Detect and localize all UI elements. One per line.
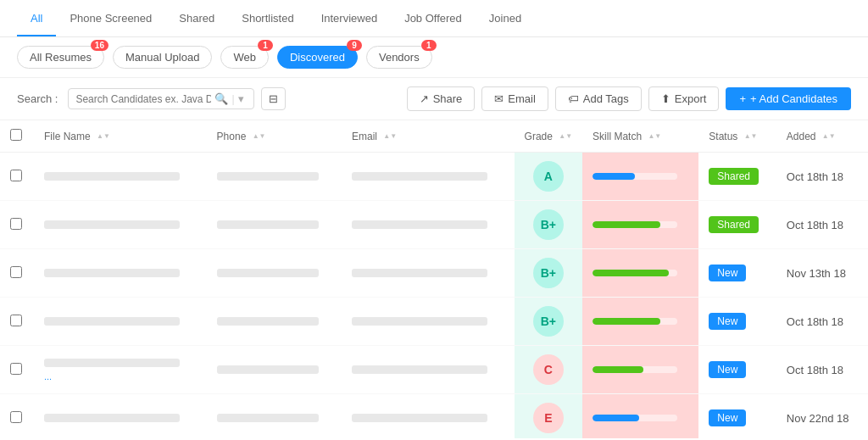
table-row: B+NewOct 18th 18: [0, 298, 868, 346]
search-wrapper: 🔍 | ▾: [68, 88, 254, 109]
add-candidates-button[interactable]: + + Add Candidates: [726, 87, 851, 110]
filter-pill-discovered[interactable]: Discovered9: [277, 46, 358, 69]
skill-match-cell: [582, 201, 698, 249]
grade-badge: A: [533, 161, 564, 192]
skill-match-cell: [582, 249, 698, 298]
added-cell: Oct 18th 18: [776, 298, 868, 346]
email-placeholder: [352, 365, 487, 374]
search-input[interactable]: [75, 93, 211, 105]
skill-bar-fill: [593, 366, 643, 373]
sort-email-icon[interactable]: ▲▼: [383, 133, 397, 140]
phone-placeholder: [217, 414, 319, 422]
tab-job-offered[interactable]: Job Offered: [391, 2, 476, 36]
sort-filename-icon[interactable]: ▲▼: [97, 133, 110, 140]
filename-placeholder: [44, 220, 180, 229]
table-header: File Name ▲▼ Phone ▲▼ Email ▲▼ Grade ▲▼ …: [0, 120, 868, 153]
grade-cell: B+: [515, 249, 583, 298]
col-skill-match: Skill Match ▲▼: [582, 120, 698, 153]
sort-skill-icon[interactable]: ▲▼: [648, 133, 661, 140]
filter-row: All Resumes16Manual UploadWeb1Discovered…: [0, 37, 868, 78]
table-row: ENewNov 22nd 18: [0, 394, 868, 439]
filter-pill-vendors[interactable]: Vendors1: [366, 46, 432, 69]
row-checkbox[interactable]: [10, 363, 22, 375]
skill-bar-track: [593, 221, 677, 228]
email-placeholder: [352, 220, 487, 229]
tab-interviewed[interactable]: Interviewed: [308, 2, 391, 36]
skill-bar-fill: [593, 318, 660, 325]
phone-cell: [207, 394, 342, 439]
file-name-cell: [34, 201, 207, 249]
added-cell: Oct 18th 18: [776, 153, 868, 201]
email-cell: [342, 201, 515, 249]
status-badge: Shared: [709, 168, 759, 185]
added-cell: Oct 18th 18: [776, 346, 868, 394]
row-checkbox[interactable]: [10, 411, 22, 423]
sort-added-icon[interactable]: ▲▼: [822, 133, 836, 140]
skill-bar-fill: [593, 221, 660, 228]
row-checkbox[interactable]: [10, 170, 22, 181]
status-cell: New: [698, 346, 776, 394]
tab-joined[interactable]: Joined: [476, 2, 535, 36]
skill-match-cell: [582, 346, 698, 394]
status-badge: Shared: [709, 216, 759, 233]
search-label: Search :: [17, 92, 58, 105]
search-icon[interactable]: 🔍: [214, 92, 228, 105]
grade-cell: B+: [515, 298, 583, 346]
add-tags-button[interactable]: 🏷 Add Tags: [555, 86, 642, 111]
select-all-checkbox[interactable]: [10, 129, 22, 141]
tab-navigation: AllPhone ScreenedSharedShortlistedInterv…: [0, 0, 868, 37]
email-placeholder: [352, 269, 487, 277]
skill-bar-fill: [593, 415, 639, 421]
grade-cell: A: [515, 153, 583, 201]
export-button[interactable]: ⬆ Export: [648, 86, 720, 111]
file-name-cell: [34, 298, 207, 346]
col-email: Email ▲▼: [342, 120, 515, 153]
dropdown-icon[interactable]: ▾: [238, 92, 244, 105]
filter-pill-manual-upload[interactable]: Manual Upload: [113, 46, 212, 69]
ellipsis-link[interactable]: ...: [44, 371, 52, 382]
share-button[interactable]: ↗ Share: [407, 86, 476, 111]
filter-pill-all-resumes[interactable]: All Resumes16: [17, 46, 104, 69]
col-added: Added ▲▼: [776, 120, 868, 153]
skill-match-cell: [582, 153, 698, 201]
status-badge: New: [709, 409, 746, 426]
file-name-cell: [34, 249, 207, 298]
sort-phone-icon[interactable]: ▲▼: [253, 133, 266, 140]
row-checkbox[interactable]: [10, 218, 22, 230]
email-cell: [342, 298, 515, 346]
candidates-table: File Name ▲▼ Phone ▲▼ Email ▲▼ Grade ▲▼ …: [0, 120, 868, 438]
row-checkbox[interactable]: [10, 266, 22, 278]
skill-bar-track: [593, 318, 677, 325]
tab-shared[interactable]: Shared: [165, 2, 228, 36]
sort-status-icon[interactable]: ▲▼: [744, 133, 758, 140]
grade-badge: B+: [533, 258, 564, 288]
table-row: B+NewNov 13th 18: [0, 249, 868, 298]
share-icon: ↗: [420, 92, 429, 105]
status-cell: Shared: [698, 201, 776, 249]
skill-bar-fill: [593, 173, 635, 180]
filter-pill-web[interactable]: Web1: [220, 46, 269, 69]
tab-shortlisted[interactable]: Shortlisted: [228, 2, 307, 36]
filter-icon-button[interactable]: ⊟: [261, 87, 286, 110]
status-cell: Shared: [698, 153, 776, 201]
skill-bar-track: [593, 415, 677, 421]
row-checkbox[interactable]: [10, 315, 22, 326]
added-cell: Oct 18th 18: [776, 201, 868, 249]
col-filename: File Name ▲▼: [34, 120, 207, 153]
email-cell: [342, 394, 515, 439]
candidates-table-container: File Name ▲▼ Phone ▲▼ Email ▲▼ Grade ▲▼ …: [0, 120, 868, 438]
table-body: ASharedOct 18th 18B+SharedOct 18th 18B+N…: [0, 153, 868, 439]
phone-placeholder: [217, 269, 319, 277]
sort-grade-icon[interactable]: ▲▼: [559, 133, 572, 140]
filter-badge: 1: [258, 40, 273, 51]
grade-badge: C: [533, 354, 564, 385]
tab-all[interactable]: All: [17, 2, 56, 36]
tab-phone-screened[interactable]: Phone Screened: [56, 2, 165, 36]
toolbar: Search : 🔍 | ▾ ⊟ ↗ Share ✉ Email 🏷 Add T…: [0, 78, 868, 120]
email-placeholder: [352, 172, 487, 181]
skill-match-cell: [582, 394, 698, 439]
filter-badge: 16: [91, 40, 108, 51]
tag-icon: 🏷: [568, 92, 579, 105]
file-name-cell: [34, 153, 207, 201]
email-button[interactable]: ✉ Email: [481, 86, 548, 111]
